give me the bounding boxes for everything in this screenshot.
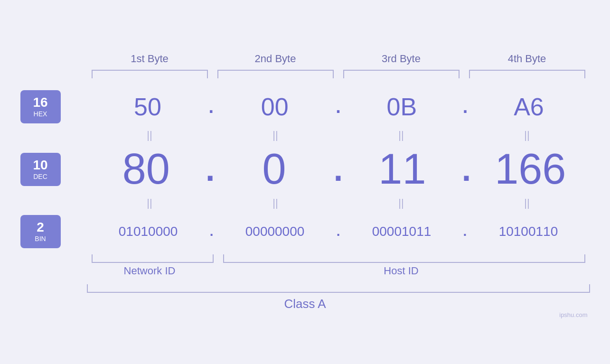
- eq-1-2: ||: [213, 126, 338, 145]
- byte-labels-row: 1st Byte 2nd Byte 3rd Byte 4th Byte: [87, 53, 590, 65]
- eq-1-4: ||: [464, 126, 590, 145]
- bin-val-1: 01010000: [87, 224, 210, 239]
- dec-val-2: 0: [215, 145, 333, 194]
- hex-values: 50 . 00 . 0B . A6: [87, 93, 590, 121]
- dec-base-label: DEC: [33, 173, 47, 180]
- watermark: ipshu.com: [559, 311, 587, 318]
- hex-val-1: 50: [87, 93, 209, 121]
- equals-row-2: || || || ||: [87, 194, 590, 213]
- bin-base-label: BIN: [35, 235, 46, 243]
- dec-dot-3: .: [462, 150, 471, 188]
- hex-row: 16 HEX 50 . 00 . 0B . A6: [20, 88, 590, 126]
- id-labels: Network ID Host ID: [87, 265, 590, 277]
- bin-badge: 2 BIN: [20, 215, 61, 248]
- top-brackets: [87, 70, 590, 78]
- dec-badge: 10 DEC: [20, 153, 61, 186]
- bin-val-2: 00000000: [213, 224, 336, 239]
- dec-dot-2: .: [334, 150, 343, 188]
- equals-row-1: || || || ||: [87, 126, 590, 145]
- host-bracket: [223, 254, 585, 263]
- bin-values: 01010000 . 00000000 . 00001011 . 1010011…: [87, 224, 590, 239]
- hex-val-2: 00: [214, 93, 336, 121]
- dec-dot-1: .: [206, 150, 215, 188]
- dec-base-num: 10: [33, 159, 47, 172]
- bin-val-3: 00001011: [340, 224, 463, 239]
- main-container: 1st Byte 2nd Byte 3rd Byte 4th Byte 16 H…: [20, 43, 590, 321]
- hex-dot-2: .: [336, 97, 341, 117]
- network-id-label: Network ID: [87, 265, 213, 277]
- bin-base-num: 2: [37, 221, 44, 234]
- eq-2-1: ||: [87, 194, 213, 213]
- eq-2-2: ||: [213, 194, 338, 213]
- footer-bracket: [87, 284, 590, 293]
- dec-val-3: 11: [343, 145, 461, 194]
- dec-val-4: 166: [471, 145, 590, 194]
- bin-val-4: 10100110: [467, 224, 590, 239]
- dec-val-1: 80: [87, 145, 206, 194]
- bin-dot-1: .: [210, 224, 214, 239]
- byte-label-3: 3rd Byte: [338, 53, 464, 65]
- eq-1-1: ||: [87, 126, 213, 145]
- bracket-top-1: [92, 70, 208, 78]
- hex-base-num: 16: [33, 96, 47, 109]
- class-a-label: Class A: [20, 293, 590, 311]
- network-bracket: [92, 254, 214, 263]
- dec-values: 80 . 0 . 11 . 166: [87, 145, 590, 194]
- eq-1-3: ||: [338, 126, 464, 145]
- hex-dot-1: .: [209, 97, 214, 117]
- hex-base-label: HEX: [34, 110, 47, 118]
- hex-val-3: 0B: [341, 93, 463, 121]
- eq-2-4: ||: [464, 194, 590, 213]
- byte-label-4: 4th Byte: [464, 53, 590, 65]
- bin-row: 2 BIN 01010000 . 00000000 . 00001011 . 1…: [20, 213, 590, 251]
- hex-val-4: A6: [468, 93, 590, 121]
- bottom-brackets: [87, 254, 590, 263]
- bracket-top-2: [217, 70, 334, 78]
- eq-2-3: ||: [338, 194, 464, 213]
- bin-dot-3: .: [463, 224, 467, 239]
- dec-row: 10 DEC 80 . 0 . 11 . 166: [20, 145, 590, 194]
- byte-label-1: 1st Byte: [87, 53, 213, 65]
- bin-dot-2: .: [337, 224, 340, 239]
- host-id-label: Host ID: [213, 265, 590, 277]
- hex-badge: 16 HEX: [20, 90, 61, 123]
- hex-dot-3: .: [463, 97, 468, 117]
- bracket-top-4: [469, 70, 585, 78]
- bracket-top-3: [343, 70, 460, 78]
- byte-label-2: 2nd Byte: [213, 53, 338, 65]
